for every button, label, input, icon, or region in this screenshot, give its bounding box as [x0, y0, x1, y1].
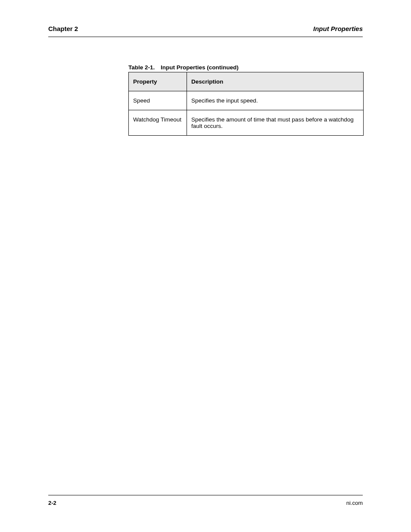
table-caption-text: Input Properties (continued) [161, 64, 239, 71]
footer-page-number: 2-2 [48, 500, 56, 506]
footer-product: ni.com [346, 500, 363, 506]
top-divider [48, 37, 363, 37]
table-header-row: Property Description [129, 72, 364, 91]
cell-description: Specifies the input speed. [187, 91, 364, 110]
page-header: Chapter 2 Input Properties [48, 25, 363, 32]
cell-property: Speed [129, 91, 187, 110]
cell-property: Watchdog Timeout [129, 110, 187, 136]
table-caption: Table 2-1. Input Properties (continued) [128, 64, 239, 71]
bottom-divider [48, 495, 363, 495]
input-properties-table: Property Description Speed Specifies the… [128, 72, 364, 136]
table-row: Watchdog Timeout Specifies the amount of… [129, 110, 364, 136]
header-chapter: Chapter 2 [48, 25, 78, 32]
page-footer: 2-2 ni.com [48, 495, 363, 506]
header-title: Input Properties [313, 25, 363, 32]
table-header-property: Property [129, 72, 187, 91]
table-row: Speed Specifies the input speed. [129, 91, 364, 110]
table-header-description: Description [187, 72, 364, 91]
table-caption-number: Table 2-1. [128, 64, 155, 71]
cell-description: Specifies the amount of time that must p… [187, 110, 364, 136]
